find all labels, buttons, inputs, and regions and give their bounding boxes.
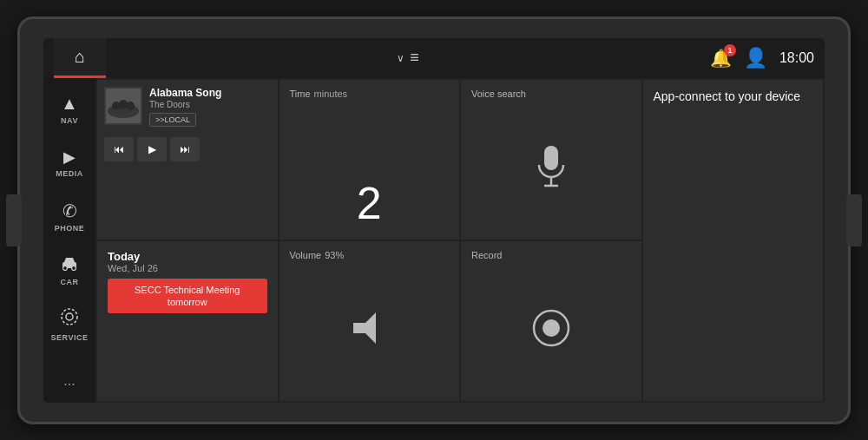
nav-icon: ▲ [61,94,78,114]
prev-button[interactable]: ⏮ [104,137,134,161]
user-icon[interactable]: 👤 [744,47,767,69]
screen: ⌂ ∨ ≡ 🔔 1 👤 18:00 ▲ NAV [43,38,825,403]
volume-header: Volume 93% [290,250,450,264]
record-tile[interactable]: Record [461,241,641,401]
sidebar-more[interactable]: ··· [63,377,75,392]
sidebar-label-car: CAR [61,278,79,286]
svg-point-5 [62,309,77,325]
media-icon: ▶ [63,148,76,167]
sidebar-item-nav[interactable]: ▲ NAV [45,83,94,135]
home-icon: ⌂ [75,47,85,67]
music-info: Alabama Song The Doors >>LOCAL [149,87,271,127]
local-button[interactable]: >>LOCAL [149,113,196,127]
date-tile[interactable]: Today Wed, Jul 26 SECC Technical Meeting… [97,241,278,401]
sidebar: ▲ NAV ▶ MEDIA ✆ PHONE [43,78,95,403]
app-connect-tile[interactable]: App-connect to your device [643,80,824,401]
main-content: ▲ NAV ▶ MEDIA ✆ PHONE [43,78,825,403]
voice-tile-inner: Voice search [471,89,631,231]
record-icon [471,264,631,392]
voice-tile[interactable]: Voice search [461,80,641,240]
menu-icon[interactable]: ≡ [410,49,419,67]
clock-display: 18:00 [779,50,814,66]
album-art [104,87,142,125]
record-tile-inner: Record [471,250,631,392]
svg-point-3 [72,266,76,270]
time-tile-inner: Time minutes 2 [290,89,450,231]
album-silhouette [104,87,142,125]
mount-left [6,194,22,246]
time-tile-title: Time [290,89,311,99]
phone-icon: ✆ [62,200,77,221]
record-title: Record [471,250,631,260]
grid-area: Alabama Song The Doors >>LOCAL ⏮ ▶ ⏭ [95,78,825,403]
volume-percent: 93% [325,250,344,260]
time-header: Time minutes [290,89,450,102]
service-icon [60,307,79,331]
volume-title: Volume [290,250,322,260]
top-bar-right: 🔔 1 👤 18:00 [710,47,814,69]
bell-badge: 1 [724,44,736,56]
date-subtitle: Wed, Jul 26 [108,263,267,273]
svg-point-17 [542,319,560,337]
playback-controls: ⏮ ▶ ⏭ [104,137,271,161]
svg-marker-15 [353,312,376,344]
car-icon [60,255,79,275]
chevron-icon: ∨ [397,52,404,64]
play-button[interactable]: ▶ [137,137,167,161]
date-tile-inner: Today Wed, Jul 26 SECC Technical Meeting… [108,250,267,392]
music-top: Alabama Song The Doors >>LOCAL [104,87,271,127]
top-bar: ⌂ ∨ ≡ 🔔 1 👤 18:00 [43,38,825,78]
volume-tile[interactable]: Volume 93% [279,241,460,401]
time-value: 2 [290,102,450,231]
event-box: SECC Technical Meeting tomorrow [108,279,267,314]
svg-marker-1 [64,258,75,262]
app-connect-inner: App-connect to your device [654,89,801,392]
svg-point-11 [126,102,135,110]
sidebar-label-nav: NAV [61,116,78,125]
top-bar-center: ∨ ≡ [106,49,710,67]
sidebar-label-service: SERVICE [51,333,89,342]
sidebar-item-media[interactable]: ▶ MEDIA [45,137,94,189]
home-tab[interactable]: ⌂ [54,38,106,78]
svg-rect-12 [544,146,558,170]
sidebar-item-phone[interactable]: ✆ PHONE [45,191,94,243]
bell-wrap[interactable]: 🔔 1 [710,48,732,69]
sidebar-label-phone: PHONE [55,224,85,233]
song-title: Alabama Song [149,87,271,99]
sidebar-label-media: MEDIA [56,169,83,178]
svg-point-2 [63,266,68,270]
sidebar-item-car[interactable]: CAR [45,245,94,297]
music-tile-inner: Alabama Song The Doors >>LOCAL ⏮ ▶ ⏭ [104,87,271,233]
svg-point-4 [66,313,73,320]
volume-icon [290,264,450,392]
next-button[interactable]: ⏭ [170,137,200,161]
music-tile[interactable]: Alabama Song The Doors >>LOCAL ⏮ ▶ ⏭ [97,80,278,240]
sidebar-item-service[interactable]: SERVICE [45,299,94,351]
time-unit: minutes [314,89,348,99]
date-today: Today [108,250,267,263]
time-tile[interactable]: Time minutes 2 [279,80,460,240]
volume-tile-inner: Volume 93% [290,250,450,392]
device-frame: ⌂ ∨ ≡ 🔔 1 👤 18:00 ▲ NAV [17,16,851,424]
mic-icon [471,102,631,231]
mount-right [846,194,862,246]
app-connect-title: App-connect to your device [654,89,801,106]
voice-tile-title: Voice search [471,89,631,99]
song-artist: The Doors [149,100,271,109]
